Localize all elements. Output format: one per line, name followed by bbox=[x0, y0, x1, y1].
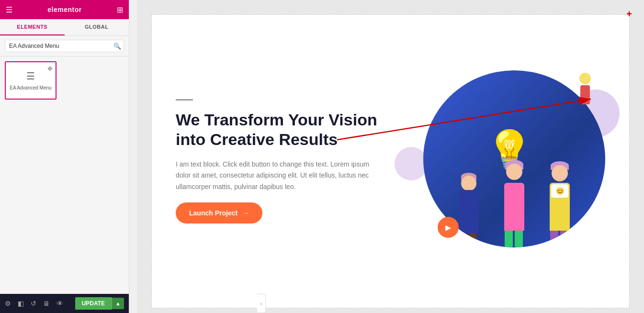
p2-leg-l bbox=[505, 231, 513, 247]
p2-head bbox=[506, 164, 522, 180]
p3-leg-l bbox=[550, 231, 558, 247]
hero-text[interactable]: I am text block. Click edit button to ch… bbox=[176, 159, 385, 193]
launch-button[interactable]: Launch Project → bbox=[176, 202, 262, 224]
bottom-icons: ⚙ ◧ ↺ 🖥 👁 bbox=[5, 300, 63, 307]
settings-icon[interactable]: ⚙ bbox=[5, 300, 11, 307]
hero-section: We Transform Your Vision into Creative R… bbox=[152, 15, 629, 308]
p3-paper: 😊 bbox=[551, 184, 568, 198]
p3-leg-r bbox=[560, 231, 568, 247]
p1-head bbox=[461, 176, 476, 191]
collapse-handle[interactable]: ‹ bbox=[257, 294, 266, 313]
hero-illustration: 💡 bbox=[404, 70, 605, 252]
responsive-icon[interactable]: 🖥 bbox=[43, 300, 50, 307]
p1-leg-r bbox=[469, 233, 477, 247]
hamburger-icon[interactable]: ☰ bbox=[6, 5, 12, 14]
p3-legs bbox=[550, 231, 569, 247]
search-bar: 🔍 bbox=[0, 36, 129, 56]
tf-head bbox=[579, 73, 591, 84]
tf-body bbox=[580, 85, 590, 104]
history-icon[interactable]: ↺ bbox=[31, 300, 36, 307]
canvas-add-button[interactable]: + bbox=[624, 9, 634, 19]
canvas-drop-area[interactable]: + We Transform Your Vision into Creative… bbox=[151, 14, 630, 308]
update-btn-wrap: UPDATE ▲ bbox=[75, 297, 124, 310]
bottom-toolbar: ⚙ ◧ ↺ 🖥 👁 UPDATE ▲ bbox=[0, 294, 129, 313]
preview-icon[interactable]: 👁 bbox=[56, 300, 63, 307]
top-bar: ☰ elementor ⊞ bbox=[0, 0, 129, 19]
play-button[interactable]: ▶ bbox=[438, 217, 459, 238]
main-canvas: + We Transform Your Vision into Creative… bbox=[137, 0, 644, 313]
grid-icon[interactable]: ⊞ bbox=[117, 5, 123, 14]
move-icon: ✥ bbox=[47, 65, 53, 72]
person2 bbox=[495, 137, 533, 247]
update-dropdown-button[interactable]: ▲ bbox=[112, 298, 124, 309]
p2-body bbox=[504, 183, 524, 231]
tab-global[interactable]: GLOBAL bbox=[65, 19, 129, 35]
p1-body bbox=[459, 190, 478, 233]
search-input[interactable] bbox=[5, 40, 124, 52]
menu-icon: ☰ bbox=[26, 70, 35, 82]
tab-elements[interactable]: ELEMENTS bbox=[0, 19, 65, 35]
p1-legs bbox=[460, 233, 478, 247]
p2-legs bbox=[505, 231, 524, 247]
top-figure bbox=[579, 73, 591, 104]
p3-head bbox=[552, 165, 568, 181]
search-button[interactable]: 🔍 bbox=[113, 43, 121, 50]
elements-grid: ☰ ✥ EA Advanced Menu bbox=[0, 56, 129, 294]
hero-title[interactable]: We Transform Your Vision into Creative R… bbox=[176, 110, 385, 149]
search-wrap: 🔍 bbox=[5, 40, 124, 52]
update-button[interactable]: UPDATE bbox=[75, 297, 112, 310]
launch-label: Launch Project bbox=[189, 209, 237, 217]
person3: 😊 bbox=[541, 142, 579, 247]
left-panel: ☰ elementor ⊞ ELEMENTS GLOBAL 🔍 ☰ ✥ EA A… bbox=[0, 0, 129, 313]
launch-arrow: → bbox=[242, 209, 249, 217]
hero-divider bbox=[176, 99, 193, 101]
app-title: elementor bbox=[47, 6, 81, 13]
tabs-bar: ELEMENTS GLOBAL bbox=[0, 19, 129, 36]
layers-icon[interactable]: ◧ bbox=[18, 300, 24, 307]
p1-leg-l bbox=[460, 233, 467, 247]
element-card-ea-advanced-menu[interactable]: ☰ ✥ EA Advanced Menu bbox=[5, 61, 56, 100]
hero-left: We Transform Your Vision into Creative R… bbox=[176, 99, 385, 224]
element-card-label: EA Advanced Menu bbox=[10, 85, 51, 91]
p2-leg-r bbox=[515, 231, 523, 247]
